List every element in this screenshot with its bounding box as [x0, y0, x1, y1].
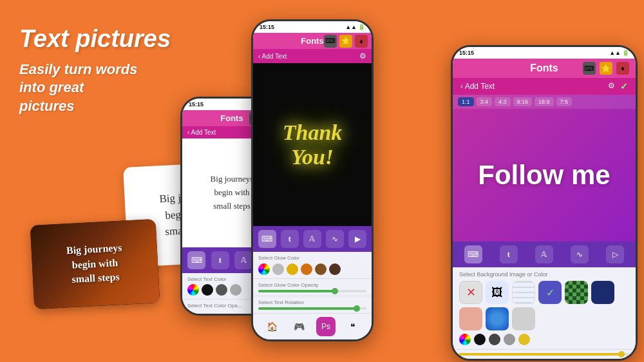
home-nav[interactable]: 🏠 — [262, 317, 281, 336]
app-title-1: Fonts — [220, 113, 243, 123]
rainbow-color-1[interactable] — [187, 284, 199, 296]
bg-peach[interactable] — [459, 307, 482, 330]
gray-bg-dot[interactable] — [504, 334, 515, 345]
status-bar-2: 15:15 ▲▲ 🔋 — [253, 21, 372, 33]
text-tool-2[interactable]: t — [281, 230, 299, 248]
bg-lines[interactable] — [512, 281, 535, 304]
ratio-4-3[interactable]: 4:3 — [495, 97, 511, 106]
bg-options-row1: ✕ 🖼 ✓ — [459, 281, 629, 330]
text-tool-3[interactable]: t — [500, 245, 518, 263]
canvas-follow-me: Follow me — [453, 109, 636, 242]
glow-label-2: Select Glow Color — [258, 255, 366, 261]
app-title-2: Fonts — [301, 36, 323, 46]
glow-opacity-label: Select Glow Color Opacity — [258, 282, 366, 288]
star-icon-3[interactable]: ⭐ — [600, 62, 612, 75]
star-icon-2[interactable]: ⭐ — [339, 35, 352, 48]
app-title-3: Fonts — [530, 62, 558, 74]
gray-glow[interactable] — [272, 263, 284, 275]
edit-nav[interactable]: Ps — [316, 317, 336, 336]
more-tool-2[interactable]: ▶ — [348, 230, 366, 248]
quote-nav[interactable]: ❝ — [343, 317, 363, 336]
keyboard-icon-3[interactable]: ⌨ — [583, 62, 596, 75]
brown-glow[interactable] — [315, 263, 327, 275]
yellow-glow[interactable] — [287, 263, 298, 275]
bg-image[interactable]: 🖼 — [486, 281, 509, 304]
ratio-7-5[interactable]: 7:5 — [556, 97, 573, 106]
bg-slider[interactable] — [458, 353, 630, 356]
ratio-9-16[interactable]: 9:16 — [513, 97, 533, 106]
gear-icon-2[interactable]: ⚙ — [359, 52, 366, 61]
rainbow-bg[interactable] — [459, 334, 471, 345]
toolbar-3: ⌨ t 𝔸 ∿ ▷ — [453, 242, 636, 267]
sub-header-3: ‹ Add Text ⚙ ✓ — [453, 78, 636, 95]
orange-glow[interactable] — [301, 263, 312, 275]
more-tool-3[interactable]: ▷ — [606, 245, 624, 263]
rotation-label: Select Text Rotation — [258, 300, 366, 305]
back-link-3[interactable]: ‹ Add Text — [460, 82, 495, 91]
gray-dot-1[interactable] — [230, 284, 242, 296]
rotation-slider[interactable] — [258, 307, 366, 310]
sub-header-2: ‹ Add Text ⚙ — [253, 49, 372, 63]
app-header-2: Fonts ⌨ ⭐ ♦ — [253, 33, 372, 49]
rotation-section: Select Text Rotation — [253, 296, 372, 313]
status-icons-3: ▲▲ 🔋 — [609, 50, 629, 56]
app-header-icons-3: ⌨ ⭐ ♦ — [583, 62, 629, 75]
ratio-16-9[interactable]: 16:9 — [535, 97, 554, 106]
follow-me-text: Follow me — [478, 160, 610, 190]
sub-icons-3: ⚙ ✓ — [608, 81, 628, 91]
hero-section: Text pictures Easily turn wordsinto grea… — [19, 26, 174, 116]
app-header-3: Fonts ⌨ ⭐ ♦ — [453, 59, 636, 78]
game-nav[interactable]: 🎮 — [289, 317, 308, 336]
black-dot-1[interactable] — [202, 284, 213, 296]
bg-slider-thumb[interactable] — [618, 351, 625, 357]
bg-check-selected[interactable]: ✓ — [538, 281, 562, 304]
font-tool-2[interactable]: 𝔸 — [303, 230, 321, 248]
ratio-1-1[interactable]: 1:1 — [458, 97, 474, 106]
glow-colors-2 — [258, 263, 366, 275]
black-bg-dot[interactable] — [474, 334, 486, 345]
font-tool-3[interactable]: 𝔸 — [535, 245, 553, 263]
keyboard-tool-1[interactable]: ⌨ — [187, 251, 205, 269]
bottom-nav-2: 🏠 🎮 Ps ❝ — [253, 313, 372, 339]
bg-dark-blue[interactable] — [591, 281, 614, 304]
glow-section-2: Select Glow Color — [253, 252, 372, 278]
slider-thumb-rotation[interactable] — [354, 305, 360, 312]
hero-subtitle: Easily turn wordsinto greatpictures — [19, 61, 174, 116]
bg-blue-dots[interactable] — [486, 307, 509, 330]
toolbar-2: ⌨ t 𝔸 ∿ ▶ — [253, 226, 372, 252]
font-tool-1[interactable]: 𝔸 — [234, 251, 252, 269]
keyboard-tool-2[interactable]: ⌨ — [258, 230, 276, 248]
thank-you-text: ThankYou! — [283, 120, 343, 169]
status-time-3: 15:15 — [459, 50, 474, 56]
ratio-3-4[interactable]: 3:4 — [477, 97, 493, 106]
phone1-canvas-text: Big journeysbegin withsmall steps — [211, 173, 254, 213]
bg-light-gray[interactable] — [512, 307, 535, 330]
bg-slider-section — [453, 349, 636, 359]
rainbow-glow[interactable] — [258, 263, 270, 275]
glow-opacity-slider[interactable] — [258, 290, 366, 292]
phone-3: 15:15 ▲▲ 🔋 Fonts ⌨ ⭐ ♦ ‹ Add Text ⚙ ✓ 1:… — [451, 45, 638, 361]
yellow-bg-dot[interactable] — [518, 334, 530, 345]
back-link-2[interactable]: ‹ Add Text — [258, 53, 287, 60]
keyboard-icon-2[interactable]: ⌨ — [324, 35, 337, 48]
status-icons-2: ▲▲ 🔋 — [345, 24, 365, 30]
curve-tool-3[interactable]: ∿ — [571, 245, 589, 263]
text-tool-1[interactable]: t — [211, 251, 229, 269]
keyboard-tool-3[interactable]: ⌨ — [464, 245, 482, 263]
back-link-1[interactable]: ‹ Add Text — [187, 129, 216, 136]
gem-icon-3[interactable]: ♦ — [616, 62, 629, 75]
bg-label-3: Select Background Image or Color — [459, 271, 629, 278]
status-bar-3: 15:15 ▲▲ 🔋 — [453, 47, 636, 59]
bg-cross[interactable]: ✕ — [459, 281, 482, 304]
darkgray-dot-1[interactable] — [216, 284, 227, 296]
darkgray-bg-dot[interactable] — [489, 334, 500, 345]
gem-icon-2[interactable]: ♦ — [355, 35, 368, 48]
slider-thumb-opacity[interactable] — [332, 288, 338, 294]
slider-fill-opacity — [258, 290, 334, 292]
curve-tool-2[interactable]: ∿ — [326, 230, 344, 248]
status-time-1: 15:15 — [189, 101, 204, 108]
gear-icon-3[interactable]: ⚙ — [608, 81, 615, 91]
bg-checker[interactable] — [565, 281, 588, 304]
darkbrown-glow[interactable] — [329, 263, 341, 275]
check-icon-3[interactable]: ✓ — [620, 81, 628, 91]
